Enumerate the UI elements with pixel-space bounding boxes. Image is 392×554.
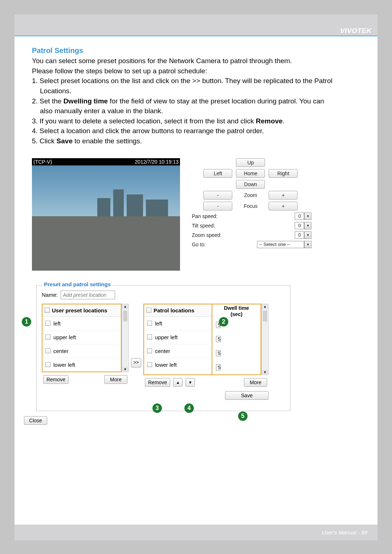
page-footer: User's Manual - 99	[322, 529, 367, 535]
checkbox[interactable]	[45, 348, 50, 353]
checkbox[interactable]	[147, 321, 152, 326]
step-3: 3. If you want to delete a selected loca…	[32, 116, 360, 126]
video-title: (TCP-V)	[33, 159, 52, 165]
patrol-locations-list: Patrol locations left upper left center …	[143, 304, 212, 376]
move-up-button[interactable]: ▲	[173, 378, 183, 387]
list-item[interactable]: lower left	[144, 358, 212, 372]
checkbox[interactable]	[147, 362, 152, 367]
list-item[interactable]: center	[42, 344, 121, 358]
callout-5: 5	[238, 411, 248, 421]
dwell-header-2: (sec)	[212, 311, 261, 317]
move-down-button[interactable]: ▼	[185, 378, 195, 387]
user-preset-header: User preset locations	[52, 307, 107, 313]
save-button[interactable]: Save	[225, 391, 269, 400]
tilt-speed-dropdown[interactable]: ▼	[304, 222, 311, 229]
checkbox[interactable]	[45, 321, 50, 326]
move-right-button[interactable]: >>	[131, 358, 141, 368]
name-label: Name:	[42, 292, 58, 298]
list-item[interactable]: center	[144, 344, 212, 358]
list-item[interactable]: upper left	[144, 331, 212, 344]
list-item[interactable]: lower left	[42, 358, 121, 372]
goto-label: Go to:	[192, 242, 205, 247]
ptz-controls: Up Left Home Right Down - Zoom + - Focus…	[189, 158, 312, 249]
goto-dropdown[interactable]: ▼	[304, 241, 311, 248]
step-1: 1. Select preset locations on the list a…	[32, 76, 360, 86]
more-patrol-button[interactable]: More	[244, 378, 267, 387]
dwell-input[interactable]: 5	[216, 336, 221, 342]
user-preset-header-checkbox[interactable]	[45, 308, 50, 313]
tilt-speed-label: Tilt speed:	[192, 223, 215, 229]
pan-speed-label: Pan speed:	[192, 213, 217, 219]
patrol-header: Patrol locations	[154, 307, 195, 313]
home-button[interactable]: Home	[236, 169, 265, 178]
preset-patrol-settings: Preset and patrol settings Name:	[36, 285, 290, 411]
zoom-speed-dropdown[interactable]: ▼	[304, 231, 311, 239]
intro-line-2: Please follow the steps below to set up …	[32, 66, 360, 76]
callout-2: 2	[219, 317, 228, 327]
zoom-speed-label: Zoom speed:	[192, 232, 221, 238]
focus-minus-button[interactable]: -	[203, 202, 232, 210]
right-button[interactable]: Right	[269, 169, 298, 178]
list-item[interactable]: left	[42, 317, 121, 331]
scroll-up-icon[interactable]: ▲	[262, 304, 268, 309]
focus-label: Focus	[236, 202, 265, 210]
remove-patrol-button[interactable]: Remove	[145, 378, 170, 387]
remove-preset-button[interactable]: Remove	[43, 375, 69, 384]
name-input[interactable]	[61, 291, 115, 299]
camera-preview: (TCP-V) 2012/7/20 10:19:13	[32, 158, 180, 271]
up-button[interactable]: Up	[236, 158, 265, 167]
checkbox[interactable]	[45, 335, 50, 340]
user-preset-scrollbar[interactable]: ▲ ▼	[122, 304, 129, 372]
tilt-speed-value[interactable]: 0	[295, 222, 304, 229]
dwell-input[interactable]: 5	[216, 350, 221, 356]
goto-select[interactable]: -- Select one --	[257, 241, 304, 248]
user-preset-list: User preset locations left upper left ce…	[42, 304, 122, 372]
left-button[interactable]: Left	[203, 169, 232, 178]
scroll-down-icon[interactable]: ▼	[262, 370, 268, 375]
more-preset-button[interactable]: More	[104, 375, 127, 384]
step-2-cont: also manually enter a value in the blank…	[32, 106, 360, 116]
checkbox[interactable]	[45, 362, 50, 367]
scroll-down-icon[interactable]: ▼	[122, 367, 128, 372]
callout-4: 4	[184, 403, 194, 413]
dwell-header-1: Dwell time	[212, 305, 261, 311]
callout-1: 1	[22, 317, 31, 327]
callout-3: 3	[152, 403, 162, 413]
zoom-speed-value[interactable]: 0	[295, 231, 304, 239]
list-item[interactable]: upper left	[42, 331, 121, 344]
patrol-header-checkbox[interactable]	[146, 308, 151, 313]
pan-speed-dropdown[interactable]: ▼	[304, 213, 311, 220]
dwell-input[interactable]: 5	[216, 364, 221, 370]
close-button[interactable]: Close	[24, 416, 47, 425]
zoom-minus-button[interactable]: -	[203, 191, 232, 200]
video-timestamp: 2012/7/20 10:19:13	[135, 159, 179, 165]
zoom-label: Zoom	[236, 191, 265, 200]
intro-line-1: You can select some preset positions for…	[32, 56, 360, 66]
patrol-scrollbar[interactable]: ▲ ▼	[261, 304, 269, 376]
checkbox[interactable]	[147, 348, 152, 353]
settings-legend: Preset and patrol settings	[42, 281, 113, 287]
focus-plus-button[interactable]: +	[269, 202, 298, 210]
dwell-time-list: Dwell time (sec) 5 5 5 5	[212, 304, 261, 376]
section-title: Patrol Settings	[32, 46, 360, 55]
video-scene	[32, 165, 180, 271]
list-item[interactable]: left	[144, 317, 212, 331]
checkbox[interactable]	[147, 335, 152, 340]
zoom-plus-button[interactable]: +	[269, 191, 298, 200]
step-1-cont: Locations.	[32, 86, 360, 96]
pan-speed-value[interactable]: 0	[295, 213, 304, 220]
scroll-up-icon[interactable]: ▲	[122, 304, 128, 309]
step-2: 2. Set the Dwelling time for the field o…	[32, 97, 360, 106]
step-4: 4. Select a location and click the arrow…	[32, 126, 360, 136]
down-button[interactable]: Down	[236, 180, 265, 189]
brand-label: VIVOTEK	[340, 27, 372, 35]
step-5: 5. Click Save to enable the settings.	[32, 136, 360, 146]
